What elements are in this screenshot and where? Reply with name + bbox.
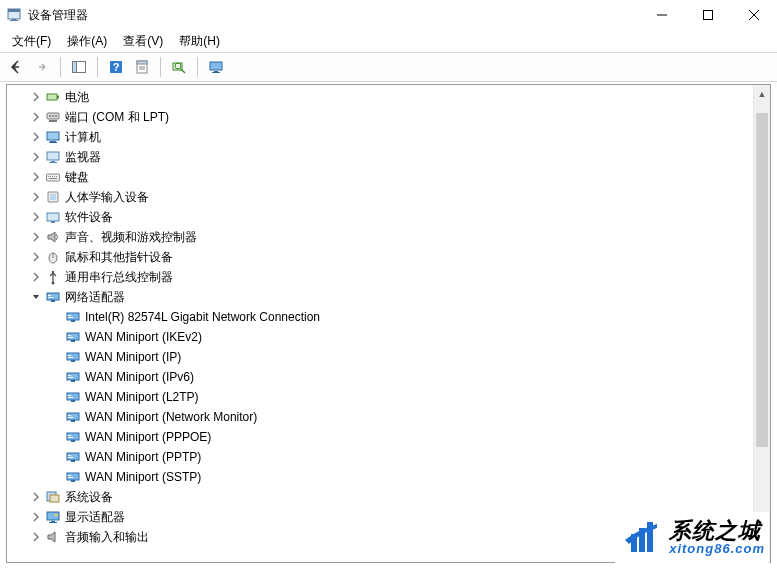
tree-item-cat-9[interactable]: 通用串行总线控制器 [9, 267, 770, 287]
chevron-right-icon[interactable] [29, 250, 43, 264]
tree-item-label: WAN Miniport (IP) [85, 347, 185, 367]
network-icon [65, 429, 81, 445]
tree-item-net-5[interactable]: WAN Miniport (Network Monitor) [9, 407, 770, 427]
hid-icon [45, 189, 61, 205]
svg-rect-63 [71, 380, 75, 382]
network-icon [65, 369, 81, 385]
svg-rect-4 [704, 11, 713, 20]
app-icon [6, 7, 22, 23]
tree-item-cat-6[interactable]: 软件设备 [9, 207, 770, 227]
network-icon [65, 389, 81, 405]
chevron-right-icon[interactable] [29, 170, 43, 184]
chevron-right-icon[interactable] [29, 510, 43, 524]
svg-rect-83 [71, 480, 75, 482]
properties-button[interactable] [130, 55, 154, 79]
svg-rect-54 [67, 333, 79, 340]
tree-item-net-1[interactable]: WAN Miniport (IKEv2) [9, 327, 770, 347]
svg-rect-34 [52, 176, 53, 177]
tree-item-label: WAN Miniport (IKEv2) [85, 327, 206, 347]
maximize-button[interactable] [685, 0, 731, 30]
tree-item-cat-3[interactable]: 监视器 [9, 147, 770, 167]
chevron-right-icon[interactable] [29, 130, 43, 144]
close-button[interactable] [731, 0, 777, 30]
chevron-down-icon[interactable] [29, 290, 43, 304]
svg-point-23 [55, 115, 57, 117]
svg-rect-40 [47, 213, 59, 221]
tree-item-net-0[interactable]: Intel(R) 82574L Gigabit Network Connecti… [9, 307, 770, 327]
svg-rect-3 [10, 20, 18, 21]
menu-help[interactable]: 帮助(H) [171, 31, 228, 52]
chevron-right-icon[interactable] [29, 150, 43, 164]
svg-rect-31 [47, 174, 60, 181]
help-button[interactable]: ? [104, 55, 128, 79]
svg-rect-46 [47, 293, 59, 300]
tree-item-label: WAN Miniport (IPv6) [85, 367, 198, 387]
menu-action[interactable]: 操作(A) [59, 31, 115, 52]
svg-rect-80 [68, 455, 71, 456]
minimize-button[interactable] [639, 0, 685, 30]
svg-rect-41 [51, 221, 55, 223]
tree-item-cat-0[interactable]: 电池 [9, 87, 770, 107]
chevron-right-icon[interactable] [29, 90, 43, 104]
device-tree[interactable]: 电池端口 (COM 和 LPT)计算机监视器键盘人体学输入设备软件设备声音、视频… [7, 85, 770, 562]
tree-item-network[interactable]: 网络适配器 [9, 287, 770, 307]
svg-rect-88 [47, 512, 59, 520]
svg-rect-29 [51, 161, 55, 162]
tree-item-net-6[interactable]: WAN Miniport (PPPOE) [9, 427, 770, 447]
tree-item-net-7[interactable]: WAN Miniport (PPTP) [9, 447, 770, 467]
tree-item-label: 网络适配器 [65, 287, 129, 307]
chevron-right-icon[interactable] [29, 530, 43, 544]
chevron-right-icon[interactable] [29, 230, 43, 244]
chevron-right-icon[interactable] [29, 270, 43, 284]
software-icon [45, 209, 61, 225]
chevron-right-icon[interactable] [29, 490, 43, 504]
svg-rect-53 [68, 317, 73, 318]
console-tree-button[interactable] [67, 55, 91, 79]
tree-item-cat-5[interactable]: 人体学输入设备 [9, 187, 770, 207]
svg-rect-50 [67, 313, 79, 320]
svg-rect-47 [51, 300, 55, 302]
forward-button[interactable] [30, 55, 54, 79]
svg-rect-74 [67, 433, 79, 440]
chevron-right-icon[interactable] [29, 110, 43, 124]
menu-view[interactable]: 查看(V) [115, 31, 171, 52]
menu-file[interactable]: 文件(F) [4, 31, 59, 52]
tree-item-cat-8[interactable]: 鼠标和其他指针设备 [9, 247, 770, 267]
tree-item-net-4[interactable]: WAN Miniport (L2TP) [9, 387, 770, 407]
tree-item-label: WAN Miniport (PPPOE) [85, 427, 215, 447]
back-button[interactable] [4, 55, 28, 79]
network-icon [65, 329, 81, 345]
chevron-right-icon[interactable] [29, 210, 43, 224]
vertical-scrollbar[interactable]: ▲ ▼ [753, 85, 770, 562]
toolbar: ? [0, 52, 777, 82]
scroll-thumb[interactable] [756, 113, 768, 447]
svg-rect-56 [68, 335, 71, 336]
tree-item-net-2[interactable]: WAN Miniport (IP) [9, 347, 770, 367]
devices-view-button[interactable] [204, 55, 228, 79]
scroll-up-button[interactable]: ▲ [754, 85, 770, 102]
svg-rect-26 [50, 141, 56, 142]
port-icon [45, 109, 61, 125]
tree-item-cat-7[interactable]: 声音、视频和游戏控制器 [9, 227, 770, 247]
watermark-title: 系统之城 [669, 519, 765, 542]
scan-hardware-button[interactable] [167, 55, 191, 79]
display-icon [45, 509, 61, 525]
svg-rect-18 [47, 94, 57, 100]
tree-item-cat-1[interactable]: 端口 (COM 和 LPT) [9, 107, 770, 127]
svg-rect-57 [68, 337, 73, 338]
tree-item-cat-2[interactable]: 计算机 [9, 127, 770, 147]
svg-rect-28 [47, 152, 59, 160]
tree-item-net-8[interactable]: WAN Miniport (SSTP) [9, 467, 770, 487]
tree-item-bcat-0[interactable]: 系统设备 [9, 487, 770, 507]
tree-item-net-3[interactable]: WAN Miniport (IPv6) [9, 367, 770, 387]
svg-rect-27 [49, 142, 57, 143]
svg-rect-24 [49, 120, 57, 122]
svg-rect-87 [50, 495, 59, 502]
svg-rect-68 [68, 395, 71, 396]
watermark-url: xitong86.com [669, 542, 765, 556]
svg-rect-85 [68, 477, 73, 478]
tree-item-cat-4[interactable]: 键盘 [9, 167, 770, 187]
svg-rect-73 [68, 417, 73, 418]
svg-rect-82 [67, 473, 79, 480]
chevron-right-icon[interactable] [29, 190, 43, 204]
